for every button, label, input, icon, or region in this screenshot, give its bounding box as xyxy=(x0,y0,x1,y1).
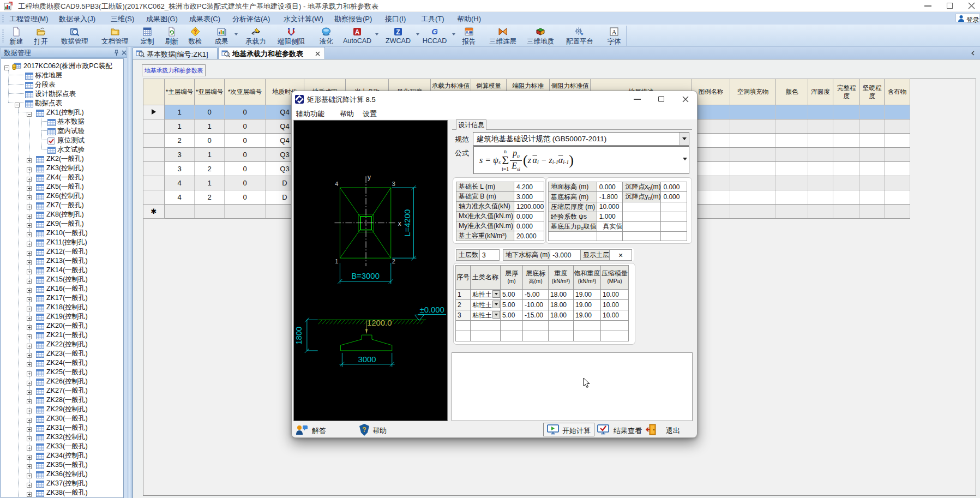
svg-text:?: ? xyxy=(194,29,197,35)
svg-text:A≣: A≣ xyxy=(465,30,473,35)
svg-text:3: 3 xyxy=(392,181,395,187)
svg-text:B=3000: B=3000 xyxy=(351,272,380,280)
svg-text:?: ? xyxy=(362,426,366,434)
svg-text:1: 1 xyxy=(335,258,338,265)
svg-text:A: A xyxy=(355,28,360,36)
svg-text:G: G xyxy=(431,27,438,36)
svg-text:Z: Z xyxy=(396,28,400,36)
svg-text:L=4200: L=4200 xyxy=(403,209,412,237)
svg-text:3000: 3000 xyxy=(358,355,376,364)
svg-text:x: x xyxy=(398,220,401,227)
svg-text:±0.000: ±0.000 xyxy=(420,305,444,314)
svg-text:4: 4 xyxy=(335,181,338,187)
svg-text:1200.0: 1200.0 xyxy=(367,319,392,327)
svg-text:2: 2 xyxy=(392,258,395,265)
svg-text:A: A xyxy=(612,28,617,36)
svg-text:y: y xyxy=(368,173,371,181)
svg-text:1800: 1800 xyxy=(294,327,303,345)
